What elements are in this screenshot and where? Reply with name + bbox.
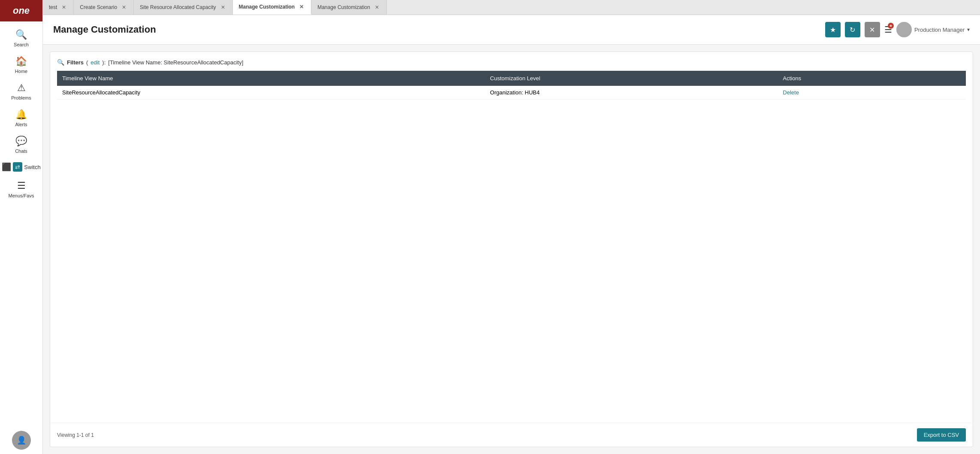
tab-manage-customization-1-label: Manage Customization [239,4,295,10]
col-timeline-view-name: Timeline View Name [57,71,485,86]
sidebar-item-label-problems: Problems [11,95,31,100]
tab-create-scenario-close[interactable]: ✕ [121,4,127,11]
tab-test-label: test [49,4,57,10]
user-dropdown[interactable]: Production Manager ▾ [896,22,970,37]
sidebar-item-label-chats: Chats [15,148,27,154]
bell-icon: 🔔 [15,109,27,120]
sidebar-item-label-switch: Switch [24,164,40,170]
tab-manage-customization-2-close[interactable]: ✕ [374,4,380,11]
sidebar-item-search[interactable]: 🔍 Search [0,25,42,51]
page-header: Manage Customization ★ ↻ ✕ ☰ ★ Productio… [43,15,980,45]
filters-paren-open: ( [86,59,88,66]
cell-customization-level: Organization: HUB4 [485,86,778,100]
tab-bar: test ✕ Create Scenario ✕ Site Resource A… [43,0,980,15]
delete-link[interactable]: Delete [783,89,799,96]
filter-value: [Timeline View Name: SiteResourceAllocat… [108,59,243,66]
tab-manage-customization-2[interactable]: Manage Customization ✕ [311,0,387,15]
notification-badge: ★ [888,23,894,29]
tab-site-resource-close[interactable]: ✕ [220,4,226,11]
tab-create-scenario-label: Create Scenario [80,4,117,10]
sidebar-bottom: 👤 [12,431,31,454]
cell-actions: Delete [778,86,916,100]
notification-button[interactable]: ☰ ★ [884,24,892,35]
user-name: Production Manager [914,27,965,33]
page-title: Manage Customization [53,24,156,35]
sidebar-item-problems[interactable]: ⚠ Problems [0,78,42,105]
export-csv-button[interactable]: Export to CSV [917,428,966,442]
filters-label: Filters [67,59,84,66]
favorite-button[interactable]: ★ [825,22,841,37]
filters-row: 🔍 Filters ( edit ): [Timeline View Name:… [57,59,966,66]
sidebar-item-home[interactable]: 🏠 Home [0,51,42,78]
cell-extra [916,86,966,100]
sidebar-item-label-home: Home [15,69,27,74]
sidebar-item-label-menusfavs: Menus/Favs [9,193,34,198]
filter-edit-link[interactable]: edit [90,59,100,66]
tab-create-scenario[interactable]: Create Scenario ✕ [74,0,134,15]
sidebar-item-label-search: Search [14,42,29,47]
switch-teal-icon: ⇄ [13,162,22,172]
content-area: Manage Customization ★ ↻ ✕ ☰ ★ Productio… [43,15,980,454]
tab-site-resource[interactable]: Site Resource Allocated Capacity ✕ [134,0,232,15]
table-body: SiteResourceAllocatedCapacityOrganizatio… [57,86,966,100]
close-button[interactable]: ✕ [865,22,880,37]
chat-icon: 💬 [15,136,27,147]
menu-icon: ☰ [17,180,26,191]
switch-icon: ⬛ [2,162,11,172]
close-icon: ✕ [869,26,875,34]
star-icon: ★ [830,26,836,34]
sidebar: one 🔍 Search 🏠 Home ⚠ Problems 🔔 Alerts … [0,0,43,454]
table-row: SiteResourceAllocatedCapacityOrganizatio… [57,86,966,100]
refresh-icon: ↻ [850,26,855,34]
data-table: Timeline View Name Customization Level A… [57,71,966,100]
cell-timeline-view-name: SiteResourceAllocatedCapacity [57,86,485,100]
table-header: Timeline View Name Customization Level A… [57,71,966,86]
search-icon: 🔍 [15,29,27,40]
panel-footer: Viewing 1-1 of 1 Export to CSV [50,423,973,447]
main-panel: 🔍 Filters ( edit ): [Timeline View Name:… [50,51,973,447]
refresh-button[interactable]: ↻ [845,22,860,37]
sidebar-item-alerts[interactable]: 🔔 Alerts [0,105,42,131]
table-wrapper: Timeline View Name Customization Level A… [57,71,966,416]
header-right: ★ ↻ ✕ ☰ ★ Production Manager ▾ [825,22,970,37]
col-actions: Actions [778,71,916,86]
logo-text: one [13,5,30,16]
filter-icon: 🔍 [57,59,64,66]
panel-inner: 🔍 Filters ( edit ): [Timeline View Name:… [50,52,973,423]
avatar[interactable]: 👤 [12,431,31,450]
sidebar-item-menusfavs[interactable]: ☰ Menus/Favs [0,176,42,203]
home-icon: 🏠 [15,56,27,67]
avatar-icon: 👤 [17,436,26,445]
tab-manage-customization-1[interactable]: Manage Customization ✕ [233,0,312,15]
tab-manage-customization-1-close[interactable]: ✕ [298,3,305,10]
tab-test-close[interactable]: ✕ [60,4,67,11]
tab-test[interactable]: test ✕ [43,0,74,15]
sidebar-item-label-alerts: Alerts [15,122,27,127]
filters-paren-close: ): [102,59,106,66]
app-logo[interactable]: one [0,0,42,21]
sidebar-item-switch[interactable]: ⬛ ⇄ Switch [0,158,42,176]
viewing-text: Viewing 1-1 of 1 [57,432,94,438]
col-extra [916,71,966,86]
warning-icon: ⚠ [17,82,26,94]
sidebar-item-chats[interactable]: 💬 Chats [0,131,42,158]
col-customization-level: Customization Level [485,71,778,86]
chevron-down-icon: ▾ [967,27,970,33]
main-area: test ✕ Create Scenario ✕ Site Resource A… [43,0,980,454]
tab-manage-customization-2-label: Manage Customization [317,4,370,10]
tab-site-resource-label: Site Resource Allocated Capacity [140,4,216,10]
user-avatar [896,22,912,37]
